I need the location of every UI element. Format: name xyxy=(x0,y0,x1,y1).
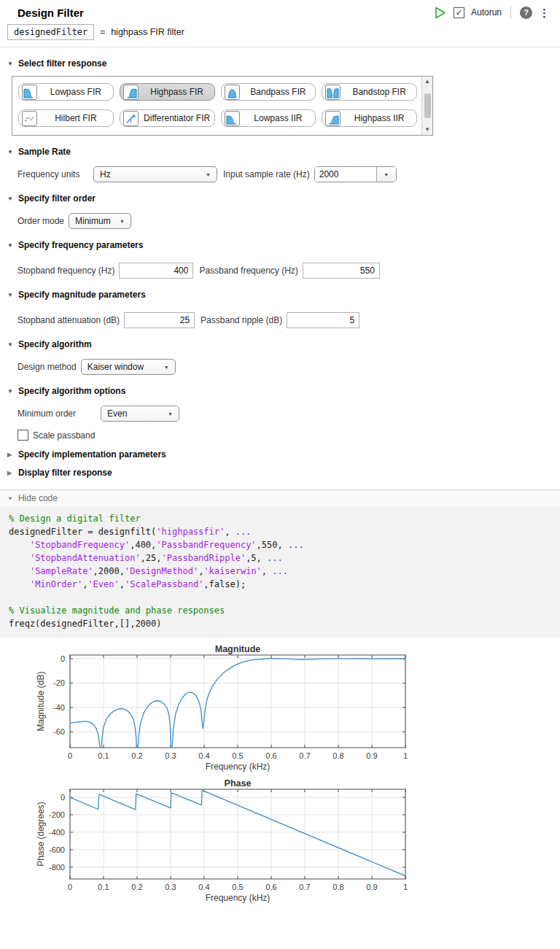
output-line: designedFilter = highpass FIR filter xyxy=(7,24,560,40)
hilbert-fir-icon xyxy=(22,111,37,126)
gallery-item-highpass-iir[interactable]: Highpass IIR xyxy=(322,109,417,127)
section-algorithm[interactable]: ▼ Specify algorithm xyxy=(7,339,560,349)
section-sample-rate[interactable]: ▼ Sample Rate xyxy=(7,147,560,157)
kebab-menu-icon[interactable]: ⋮ xyxy=(539,7,550,18)
stopband-frequency-label: Stopband frequency (Hz) xyxy=(18,266,114,276)
section-frequency-params[interactable]: ▼ Specify frequency parameters xyxy=(7,240,560,250)
differentiator-fir-icon xyxy=(123,111,139,126)
play-icon xyxy=(435,7,446,19)
order-mode-dropdown[interactable]: Minimum ▼ xyxy=(69,213,131,229)
collapse-icon: ▼ xyxy=(7,61,14,67)
svg-text:1: 1 xyxy=(403,751,408,760)
gallery-item-lowpass-fir[interactable]: Lowpass FIR xyxy=(18,83,114,101)
section-title: Specify implementation parameters xyxy=(18,449,166,460)
svg-text:0.5: 0.5 xyxy=(232,751,243,760)
gallery-item-label: Hilbert FIR xyxy=(42,113,110,123)
chevron-down-icon: ▼ xyxy=(120,219,125,224)
input-sample-rate-field[interactable] xyxy=(315,167,376,182)
minimum-order-label: Minimum order xyxy=(18,408,96,419)
svg-text:-800: -800 xyxy=(49,863,65,872)
stopband-attenuation-field[interactable] xyxy=(124,312,195,328)
gallery-scrollbar[interactable]: ▲ ▼ xyxy=(421,77,432,135)
svg-text:0: 0 xyxy=(68,751,72,760)
check-icon: ✓ xyxy=(456,9,462,17)
scale-passband-checkbox[interactable] xyxy=(18,430,28,441)
order-mode-label: Order mode xyxy=(18,216,64,226)
section-title: Specify filter order xyxy=(18,193,96,204)
svg-text:0.4: 0.4 xyxy=(198,751,209,760)
svg-text:-40: -40 xyxy=(53,703,65,712)
svg-text:0.7: 0.7 xyxy=(299,751,310,760)
collapse-icon: ▼ xyxy=(7,495,13,502)
svg-text:0.9: 0.9 xyxy=(366,751,377,760)
svg-text:0.4: 0.4 xyxy=(198,883,209,891)
gallery-item-label: Differentiator FIR xyxy=(143,113,211,123)
hide-code-label: Hide code xyxy=(18,493,58,503)
expand-icon: ▶ xyxy=(7,452,14,458)
svg-text:1: 1 xyxy=(403,883,408,891)
header-divider xyxy=(0,47,560,47)
input-sample-rate-combo: ▼ xyxy=(314,166,397,182)
autorun-checkbox[interactable]: ✓ xyxy=(454,7,464,18)
gallery-item-hilbert-fir[interactable]: Hilbert FIR xyxy=(18,109,114,127)
section-magnitude-params[interactable]: ▼ Specify magnitude parameters xyxy=(7,290,560,300)
lowpass-iir-icon xyxy=(225,111,240,126)
svg-text:Frequency (kHz): Frequency (kHz) xyxy=(206,762,271,772)
section-implementation-params[interactable]: ▶ Specify implementation parameters xyxy=(7,449,560,460)
svg-text:-20: -20 xyxy=(53,678,65,687)
svg-text:0: 0 xyxy=(61,654,65,663)
highpass-iir-icon xyxy=(325,111,341,126)
expand-icon: ▶ xyxy=(7,470,14,476)
bandpass-fir-icon xyxy=(225,85,240,100)
section-algorithm-options[interactable]: ▼ Specify algorithm options xyxy=(7,386,560,396)
help-icon[interactable]: ? xyxy=(520,7,532,19)
page-title: Design Filter xyxy=(18,7,84,19)
svg-text:0.1: 0.1 xyxy=(98,883,109,891)
gallery-item-lowpass-iir[interactable]: Lowpass IIR xyxy=(221,109,316,127)
svg-text:0.8: 0.8 xyxy=(332,883,343,891)
frequency-units-dropdown[interactable]: Hz ▼ xyxy=(93,166,217,182)
passband-ripple-label: Passband ripple (dB) xyxy=(201,315,282,325)
svg-text:-60: -60 xyxy=(53,727,65,736)
passband-frequency-field[interactable] xyxy=(303,263,380,279)
toolbar-divider xyxy=(510,6,511,19)
stopband-frequency-field[interactable] xyxy=(119,263,193,279)
collapse-icon: ▼ xyxy=(7,242,14,249)
section-title: Specify algorithm options xyxy=(18,386,125,396)
scroll-down-icon[interactable]: ▼ xyxy=(424,126,430,133)
section-select-filter-response[interactable]: ▼ Select filter response xyxy=(7,58,560,69)
output-variable-field[interactable]: designedFilter xyxy=(7,24,94,40)
collapse-icon: ▼ xyxy=(7,195,14,202)
section-display-response[interactable]: ▶ Display filter response xyxy=(7,468,560,478)
chevron-down-icon: ▼ xyxy=(168,411,173,417)
gallery-item-highpass-fir[interactable]: Highpass FIR xyxy=(120,83,215,101)
section-title: Specify algorithm xyxy=(18,339,92,349)
gallery-item-bandpass-fir[interactable]: Bandpass FIR xyxy=(221,83,316,101)
collapse-icon: ▼ xyxy=(7,388,14,395)
input-sample-rate-dropdown-button[interactable]: ▼ xyxy=(376,167,396,182)
svg-text:Phase: Phase xyxy=(225,779,252,789)
stopband-attenuation-label: Stopband attenuation (dB) xyxy=(18,315,120,325)
svg-text:Magnitude (dB): Magnitude (dB) xyxy=(36,671,46,731)
section-filter-order[interactable]: ▼ Specify filter order xyxy=(7,193,560,204)
collapse-icon: ▼ xyxy=(7,149,14,155)
passband-ripple-field[interactable] xyxy=(287,312,359,328)
scrollbar-thumb[interactable] xyxy=(424,93,431,118)
section-title: Sample Rate xyxy=(18,147,71,157)
design-method-dropdown[interactable]: Kaiser window ▼ xyxy=(81,359,176,375)
svg-text:0.7: 0.7 xyxy=(299,883,310,891)
run-button[interactable] xyxy=(434,6,447,19)
scale-passband-checkbox-row[interactable]: Scale passband xyxy=(18,430,560,441)
hide-code-toggle[interactable]: ▼ Hide code xyxy=(0,489,560,506)
scale-passband-label: Scale passband xyxy=(33,430,95,441)
minimum-order-dropdown[interactable]: Even ▼ xyxy=(101,406,179,422)
gallery-item-differentiator-fir[interactable]: Differentiator FIR xyxy=(120,109,215,127)
filter-response-plots: Magnitude0-20-40-6000.10.20.30.40.50.60.… xyxy=(0,645,560,910)
bandstop-fir-icon xyxy=(325,85,341,100)
gallery-item-label: Lowpass IIR xyxy=(244,113,313,123)
code-block[interactable]: % Design a digital filterdesignedFilter … xyxy=(0,506,560,638)
svg-text:Magnitude: Magnitude xyxy=(215,645,261,654)
gallery-item-bandstop-fir[interactable]: Bandstop FIR xyxy=(322,83,417,101)
scroll-up-icon[interactable]: ▲ xyxy=(424,78,430,85)
design-method-label: Design method xyxy=(18,362,77,372)
